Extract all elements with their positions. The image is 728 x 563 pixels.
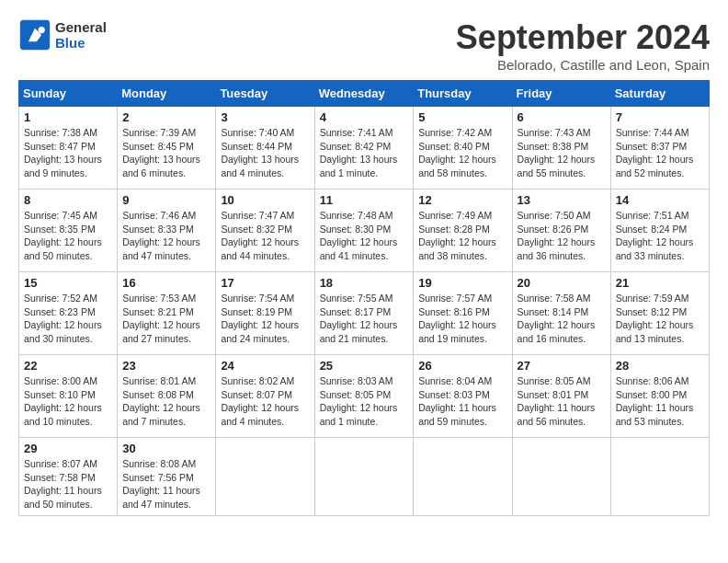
day-info: Sunrise: 7:47 AM Sunset: 8:32 PM Dayligh… <box>221 209 309 263</box>
day-info: Sunrise: 8:00 AM Sunset: 8:10 PM Dayligh… <box>24 374 112 429</box>
calendar-cell: 18Sunrise: 7:55 AM Sunset: 8:17 PM Dayli… <box>314 272 414 355</box>
day-info: Sunrise: 7:57 AM Sunset: 8:16 PM Dayligh… <box>418 292 506 346</box>
day-info: Sunrise: 7:40 AM Sunset: 8:44 PM Dayligh… <box>221 126 309 180</box>
day-info: Sunrise: 7:49 AM Sunset: 8:28 PM Dayligh… <box>418 209 506 263</box>
day-info: Sunrise: 8:07 AM Sunset: 7:58 PM Dayligh… <box>24 457 112 511</box>
svg-point-2 <box>39 27 45 33</box>
week-row-3: 15Sunrise: 7:52 AM Sunset: 8:23 PM Dayli… <box>19 272 710 355</box>
calendar-cell <box>314 438 414 516</box>
day-number: 11 <box>320 193 409 207</box>
day-number: 2 <box>122 110 210 124</box>
day-number: 3 <box>221 110 309 124</box>
day-info: Sunrise: 7:50 AM Sunset: 8:26 PM Dayligh… <box>518 209 606 263</box>
week-row-1: 1Sunrise: 7:38 AM Sunset: 8:47 PM Daylig… <box>19 107 710 190</box>
day-number: 7 <box>616 110 704 124</box>
day-info: Sunrise: 7:46 AM Sunset: 8:33 PM Dayligh… <box>122 209 210 263</box>
calendar-cell: 7Sunrise: 7:44 AM Sunset: 8:37 PM Daylig… <box>610 107 709 190</box>
day-info: Sunrise: 8:04 AM Sunset: 8:03 PM Dayligh… <box>418 374 506 429</box>
calendar-cell: 23Sunrise: 8:01 AM Sunset: 8:08 PM Dayli… <box>118 355 216 438</box>
header: General Blue September 2024 Belorado, Ca… <box>18 18 710 73</box>
day-number: 13 <box>518 193 606 207</box>
calendar-cell: 30Sunrise: 8:08 AM Sunset: 7:56 PM Dayli… <box>118 438 216 516</box>
day-number: 27 <box>518 359 606 373</box>
calendar-cell <box>414 438 512 516</box>
month-title: September 2024 <box>456 18 710 57</box>
calendar-cell: 28Sunrise: 8:06 AM Sunset: 8:00 PM Dayli… <box>610 355 709 438</box>
calendar-cell: 16Sunrise: 7:53 AM Sunset: 8:21 PM Dayli… <box>118 272 216 355</box>
day-number: 24 <box>221 359 309 373</box>
calendar-cell: 29Sunrise: 8:07 AM Sunset: 7:58 PM Dayli… <box>19 438 118 516</box>
calendar-cell: 19Sunrise: 7:57 AM Sunset: 8:16 PM Dayli… <box>414 272 512 355</box>
calendar-cell: 14Sunrise: 7:51 AM Sunset: 8:24 PM Dayli… <box>610 190 709 272</box>
day-info: Sunrise: 7:38 AM Sunset: 8:47 PM Dayligh… <box>24 126 112 180</box>
calendar-cell: 15Sunrise: 7:52 AM Sunset: 8:23 PM Dayli… <box>19 272 118 355</box>
day-number: 6 <box>518 110 606 124</box>
day-number: 18 <box>320 276 409 290</box>
day-info: Sunrise: 8:01 AM Sunset: 8:08 PM Dayligh… <box>122 374 210 429</box>
day-header-wednesday: Wednesday <box>314 81 414 107</box>
day-info: Sunrise: 7:52 AM Sunset: 8:23 PM Dayligh… <box>24 292 112 346</box>
day-info: Sunrise: 7:55 AM Sunset: 8:17 PM Dayligh… <box>320 292 409 346</box>
day-header-row: SundayMondayTuesdayWednesdayThursdayFrid… <box>19 81 710 107</box>
day-info: Sunrise: 7:53 AM Sunset: 8:21 PM Dayligh… <box>122 292 210 346</box>
calendar-cell <box>610 438 709 516</box>
calendar-cell: 3Sunrise: 7:40 AM Sunset: 8:44 PM Daylig… <box>216 107 314 190</box>
calendar-cell: 1Sunrise: 7:38 AM Sunset: 8:47 PM Daylig… <box>19 107 118 190</box>
day-number: 5 <box>418 110 506 124</box>
day-header-sunday: Sunday <box>19 81 118 107</box>
day-number: 30 <box>122 442 210 455</box>
calendar-cell: 24Sunrise: 8:02 AM Sunset: 8:07 PM Dayli… <box>216 355 314 438</box>
day-info: Sunrise: 8:02 AM Sunset: 8:07 PM Dayligh… <box>221 374 309 429</box>
day-header-monday: Monday <box>118 81 216 107</box>
week-row-5: 29Sunrise: 8:07 AM Sunset: 7:58 PM Dayli… <box>19 438 710 516</box>
day-info: Sunrise: 7:48 AM Sunset: 8:30 PM Dayligh… <box>320 209 409 263</box>
logo-icon <box>18 18 51 52</box>
calendar-cell: 2Sunrise: 7:39 AM Sunset: 8:45 PM Daylig… <box>118 107 216 190</box>
day-info: Sunrise: 8:06 AM Sunset: 8:00 PM Dayligh… <box>616 374 704 429</box>
day-info: Sunrise: 8:05 AM Sunset: 8:01 PM Dayligh… <box>518 374 606 429</box>
day-info: Sunrise: 7:54 AM Sunset: 8:19 PM Dayligh… <box>221 292 309 346</box>
day-info: Sunrise: 7:42 AM Sunset: 8:40 PM Dayligh… <box>418 126 506 180</box>
day-number: 23 <box>122 359 210 373</box>
day-header-thursday: Thursday <box>414 81 512 107</box>
page-container: General Blue September 2024 Belorado, Ca… <box>18 18 710 516</box>
day-info: Sunrise: 7:39 AM Sunset: 8:45 PM Dayligh… <box>122 126 210 180</box>
logo-text: General Blue <box>55 19 107 51</box>
calendar-cell <box>216 438 314 516</box>
day-info: Sunrise: 7:51 AM Sunset: 8:24 PM Dayligh… <box>616 209 704 263</box>
day-number: 21 <box>616 276 704 290</box>
calendar-cell: 6Sunrise: 7:43 AM Sunset: 8:38 PM Daylig… <box>512 107 610 190</box>
calendar-cell: 17Sunrise: 7:54 AM Sunset: 8:19 PM Dayli… <box>216 272 314 355</box>
day-number: 17 <box>221 276 309 290</box>
day-info: Sunrise: 8:08 AM Sunset: 7:56 PM Dayligh… <box>122 457 210 511</box>
calendar-cell: 5Sunrise: 7:42 AM Sunset: 8:40 PM Daylig… <box>414 107 512 190</box>
day-number: 10 <box>221 193 309 207</box>
calendar-cell: 4Sunrise: 7:41 AM Sunset: 8:42 PM Daylig… <box>314 107 414 190</box>
calendar-cell: 27Sunrise: 8:05 AM Sunset: 8:01 PM Dayli… <box>512 355 610 438</box>
day-info: Sunrise: 7:59 AM Sunset: 8:12 PM Dayligh… <box>616 292 704 346</box>
day-number: 28 <box>616 359 704 373</box>
calendar-cell: 13Sunrise: 7:50 AM Sunset: 8:26 PM Dayli… <box>512 190 610 272</box>
day-number: 20 <box>518 276 606 290</box>
calendar-cell: 20Sunrise: 7:58 AM Sunset: 8:14 PM Dayli… <box>512 272 610 355</box>
day-number: 22 <box>24 359 112 373</box>
calendar-table: SundayMondayTuesdayWednesdayThursdayFrid… <box>18 80 710 516</box>
day-number: 19 <box>418 276 506 290</box>
day-number: 25 <box>320 359 409 373</box>
calendar-cell: 26Sunrise: 8:04 AM Sunset: 8:03 PM Dayli… <box>414 355 512 438</box>
day-number: 15 <box>24 276 112 290</box>
day-info: Sunrise: 8:03 AM Sunset: 8:05 PM Dayligh… <box>320 374 409 429</box>
week-row-2: 8Sunrise: 7:45 AM Sunset: 8:35 PM Daylig… <box>19 190 710 272</box>
day-number: 29 <box>24 442 112 455</box>
day-number: 4 <box>320 110 409 124</box>
day-number: 1 <box>24 110 112 124</box>
calendar-cell: 25Sunrise: 8:03 AM Sunset: 8:05 PM Dayli… <box>314 355 414 438</box>
day-number: 12 <box>418 193 506 207</box>
day-number: 14 <box>616 193 704 207</box>
calendar-cell: 12Sunrise: 7:49 AM Sunset: 8:28 PM Dayli… <box>414 190 512 272</box>
day-info: Sunrise: 7:45 AM Sunset: 8:35 PM Dayligh… <box>24 209 112 263</box>
day-info: Sunrise: 7:44 AM Sunset: 8:37 PM Dayligh… <box>616 126 704 180</box>
calendar-cell: 8Sunrise: 7:45 AM Sunset: 8:35 PM Daylig… <box>19 190 118 272</box>
calendar-cell <box>512 438 610 516</box>
location-subtitle: Belorado, Castille and Leon, Spain <box>456 57 710 73</box>
